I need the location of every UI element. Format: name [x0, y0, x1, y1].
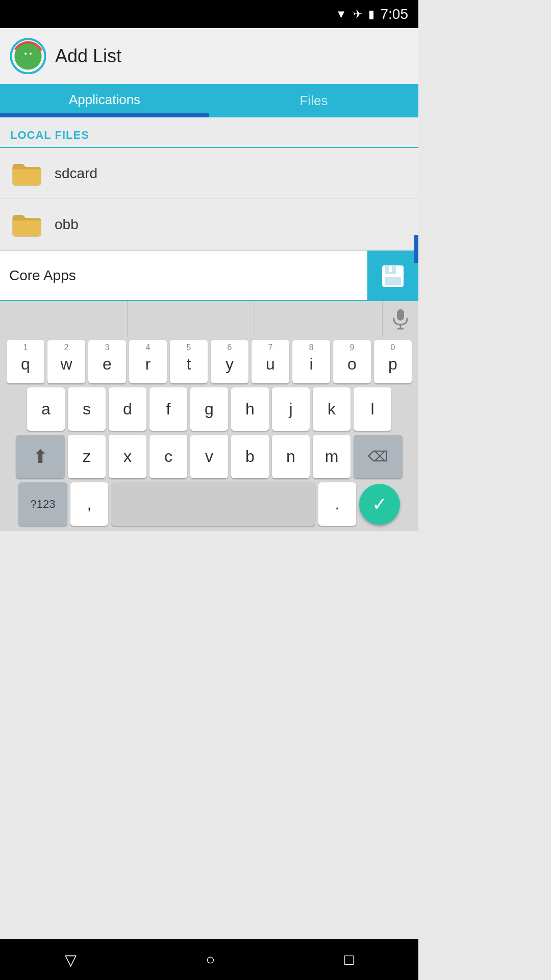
key-k[interactable]: k — [313, 387, 350, 431]
key-z[interactable]: z — [68, 435, 106, 478]
keyboard-row-2: a s d f g h j k l — [2, 387, 416, 431]
nav-back-icon[interactable]: ▽ — [65, 951, 77, 969]
keyboard-row-3: ⬆ z x c v b n m ⌫ — [2, 435, 416, 478]
svg-rect-17 — [385, 277, 401, 285]
file-list: sdcard obb — [0, 148, 418, 250]
key-t[interactable]: 5t — [170, 340, 208, 383]
key-j[interactable]: j — [272, 387, 310, 431]
wifi-icon: ▼ — [336, 8, 347, 21]
input-area — [0, 250, 418, 301]
key-s[interactable]: s — [68, 387, 106, 431]
tab-applications[interactable]: Applications — [0, 84, 209, 117]
key-d[interactable]: d — [109, 387, 146, 431]
key-a[interactable]: a — [27, 387, 65, 431]
list-item[interactable]: obb — [0, 199, 418, 250]
svg-rect-16 — [389, 266, 392, 272]
app-logo — [10, 38, 46, 74]
save-floppy-icon — [382, 265, 404, 287]
key-l[interactable]: l — [354, 387, 391, 431]
section-header: LOCAL FILES — [0, 117, 418, 148]
key-i[interactable]: 8i — [292, 340, 330, 383]
section-title: LOCAL FILES — [10, 129, 89, 142]
key-y[interactable]: 6y — [211, 340, 248, 383]
key-w[interactable]: 2w — [47, 340, 85, 383]
key-delete[interactable]: ⌫ — [354, 435, 403, 478]
file-name-sdcard: sdcard — [55, 165, 97, 182]
mic-icon — [392, 308, 409, 330]
tabs: Applications Files — [0, 84, 418, 117]
list-item[interactable]: sdcard — [0, 148, 418, 199]
keyboard: 1q 2w 3e 4r 5t 6y 7u 8i 9o 0p a s d f g … — [0, 337, 418, 531]
key-r[interactable]: 4r — [129, 340, 167, 383]
list-name-input[interactable] — [0, 251, 367, 301]
key-c[interactable]: c — [149, 435, 187, 478]
key-v[interactable]: v — [190, 435, 228, 478]
battery-icon: ▮ — [368, 8, 374, 21]
key-o[interactable]: 9o — [333, 340, 371, 383]
file-name-obb: obb — [55, 216, 79, 233]
key-q[interactable]: 1q — [7, 340, 44, 383]
key-m[interactable]: m — [313, 435, 350, 478]
nav-recent-icon[interactable]: □ — [344, 951, 354, 968]
folder-icon — [10, 159, 43, 187]
save-button[interactable] — [367, 251, 418, 301]
key-shift[interactable]: ⬆ — [16, 435, 65, 478]
folder-icon — [10, 210, 43, 238]
key-u[interactable]: 7u — [252, 340, 289, 383]
key-g[interactable]: g — [190, 387, 228, 431]
keyboard-row-1: 1q 2w 3e 4r 5t 6y 7u 8i 9o 0p — [2, 340, 416, 383]
key-b[interactable]: b — [231, 435, 269, 478]
section-indicator — [414, 235, 418, 263]
mic-button[interactable] — [383, 301, 418, 337]
svg-rect-18 — [397, 309, 404, 321]
key-space[interactable] — [111, 482, 315, 526]
key-symbols[interactable]: ?123 — [18, 482, 67, 526]
suggestion-1[interactable] — [0, 301, 128, 337]
nav-bar: ▽ ○ □ — [0, 939, 418, 980]
key-h[interactable]: h — [231, 387, 269, 431]
svg-rect-3 — [20, 56, 36, 63]
key-e[interactable]: 3e — [88, 340, 126, 383]
status-time: 7:05 — [381, 6, 409, 22]
tab-active-indicator — [0, 113, 209, 115]
svg-point-5 — [30, 53, 32, 55]
airplane-icon: ✈ — [353, 8, 362, 21]
key-comma[interactable]: , — [70, 482, 108, 526]
key-x[interactable]: x — [109, 435, 146, 478]
key-done[interactable]: ✓ — [359, 484, 400, 525]
app-title: Add List — [55, 45, 121, 67]
svg-point-4 — [24, 53, 27, 55]
keyboard-row-4: ?123 , . ✓ — [2, 482, 416, 526]
suggestion-3[interactable] — [255, 301, 383, 337]
key-f[interactable]: f — [149, 387, 187, 431]
tab-files[interactable]: Files — [209, 84, 418, 117]
app-header: Add List — [0, 28, 418, 84]
key-n[interactable]: n — [272, 435, 310, 478]
nav-home-icon[interactable]: ○ — [206, 951, 215, 968]
key-p[interactable]: 0p — [374, 340, 412, 383]
keyboard-suggestions-row — [0, 301, 418, 337]
status-bar: ▼ ✈ ▮ 7:05 — [0, 0, 418, 28]
suggestion-2[interactable] — [128, 301, 255, 337]
section-wrapper: LOCAL FILES sdcard obb — [0, 117, 418, 250]
key-period[interactable]: . — [318, 482, 356, 526]
